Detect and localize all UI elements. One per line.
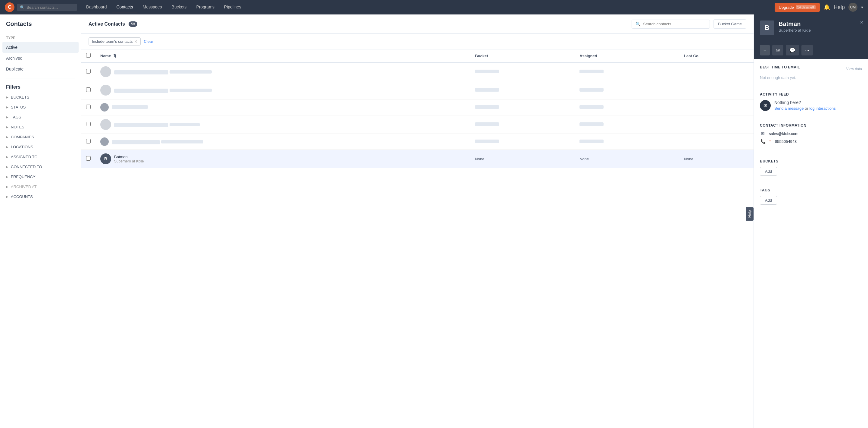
- activity-text: Nothing here? Send a message or log inte…: [774, 100, 836, 111]
- email-action-button[interactable]: ✉: [772, 45, 783, 55]
- contacts-search[interactable]: 🔍: [631, 20, 710, 29]
- select-all-checkbox[interactable]: [86, 53, 91, 58]
- activity-email-icon: ✉: [760, 100, 771, 111]
- nav-messages[interactable]: Messages: [138, 2, 166, 12]
- row-checkbox[interactable]: [86, 69, 91, 74]
- phone-prefix-icon: ⠿: [769, 140, 771, 143]
- filter-locations[interactable]: ▶ LOCATIONS: [0, 142, 81, 152]
- nav-buckets[interactable]: Buckets: [167, 2, 191, 12]
- help-tab[interactable]: Help: [746, 207, 753, 221]
- add-tag-button[interactable]: Add: [760, 196, 777, 205]
- contacts-count-badge: 58: [129, 21, 137, 27]
- view-data-link[interactable]: View data: [846, 67, 862, 71]
- nothing-here-text: Nothing here?: [774, 100, 836, 105]
- log-interactions-link[interactable]: log interactions: [809, 106, 835, 111]
- more-action-button[interactable]: ···: [801, 45, 813, 55]
- send-message-link[interactable]: Send a message: [774, 106, 804, 111]
- filter-notes[interactable]: ▶ NOTES: [0, 122, 81, 132]
- main-header: Active Contacts 58 🔍 Bucket Game: [81, 15, 753, 34]
- last-contact-column-header: Last Co: [679, 50, 753, 62]
- contact-info: [114, 122, 200, 127]
- email-info-row: ✉ sales@kixie.com: [760, 131, 862, 136]
- add-bucket-button[interactable]: Add: [760, 167, 777, 176]
- filter-accounts[interactable]: ▶ ACCOUNTS: [0, 192, 81, 202]
- nav-dashboard[interactable]: Dashboard: [82, 2, 111, 12]
- bucket-blurred: [475, 122, 499, 126]
- filter-status[interactable]: ▶ STATUS: [0, 102, 81, 112]
- table-row[interactable]: B Batman Superhero at Kixie None None No…: [81, 150, 753, 168]
- email-icon: ✉: [760, 131, 766, 136]
- contact-name-cell: [100, 138, 465, 146]
- contact-name-cell: B Batman Superhero at Kixie: [100, 153, 465, 164]
- search-input[interactable]: [27, 5, 66, 10]
- contact-name-cell: [100, 85, 465, 95]
- contact-info: [112, 139, 203, 145]
- filter-assigned-to[interactable]: ▶ ASSIGNED TO: [0, 152, 81, 162]
- assigned-blurred: [580, 105, 603, 109]
- table-row[interactable]: [81, 81, 753, 99]
- help-link[interactable]: Help: [834, 4, 845, 10]
- contact-subtitle-blurred: [169, 70, 212, 74]
- remove-filter-icon[interactable]: ✕: [134, 39, 137, 44]
- nav-programs[interactable]: Programs: [192, 2, 219, 12]
- clear-filters-link[interactable]: Clear: [144, 39, 153, 44]
- user-avatar[interactable]: CM: [848, 3, 858, 12]
- contact-name-cell: [100, 103, 465, 112]
- filter-tags[interactable]: ▶ TAGS: [0, 112, 81, 122]
- right-panel: B Batman Superhero at Kixie × + ✉ 💬 ··· …: [753, 15, 868, 428]
- row-checkbox[interactable]: [86, 156, 91, 161]
- sidebar-item-archived[interactable]: Archived: [0, 53, 81, 64]
- bucket-game-button[interactable]: Bucket Game: [713, 19, 746, 29]
- activity-empty: ✉ Nothing here? Send a message or log in…: [760, 100, 862, 111]
- add-action-button[interactable]: +: [760, 45, 770, 55]
- main-nav: Dashboard Contacts Messages Buckets Prog…: [82, 2, 245, 12]
- avatar: [100, 85, 111, 95]
- best-time-section: BEST TIME TO EMAIL View data Not enough …: [754, 59, 868, 86]
- contact-info: [112, 105, 148, 110]
- row-checkbox[interactable]: [86, 139, 91, 143]
- type-section-label: Type: [0, 32, 81, 42]
- filter-buckets[interactable]: ▶ BUCKETS: [0, 92, 81, 102]
- filter-connected-to[interactable]: ▶ CONNECTED TO: [0, 162, 81, 172]
- bucket-column-header: Bucket: [470, 50, 575, 62]
- table-row[interactable]: [81, 99, 753, 115]
- assigned-blurred: [580, 122, 603, 126]
- panel-close-button[interactable]: ×: [860, 19, 863, 26]
- global-search[interactable]: 🔍: [17, 4, 77, 11]
- table-row[interactable]: [81, 134, 753, 150]
- arrow-icon: ▶: [6, 145, 8, 149]
- avatar-chevron-icon[interactable]: ▾: [861, 5, 863, 10]
- row-checkbox[interactable]: [86, 122, 91, 126]
- main-header-left: Active Contacts 58: [89, 21, 137, 27]
- sidebar-item-active[interactable]: Active: [2, 42, 79, 53]
- bucket-blurred: [475, 88, 499, 92]
- table-row[interactable]: [81, 62, 753, 81]
- sidebar-divider: [6, 78, 75, 78]
- nav-contacts[interactable]: Contacts: [112, 2, 137, 12]
- name-column-header[interactable]: Name ⇅: [95, 50, 470, 62]
- filter-frequency[interactable]: ▶ FREQUENCY: [0, 172, 81, 182]
- upgrade-button[interactable]: Upgrade 14 days left: [775, 3, 820, 12]
- table-row[interactable]: [81, 115, 753, 134]
- row-checkbox[interactable]: [86, 105, 91, 109]
- contacts-search-input[interactable]: [643, 22, 706, 26]
- assigned-cell: None: [575, 150, 679, 168]
- contact-name-blurred: [112, 105, 148, 109]
- panel-contact-name: Batman: [779, 21, 811, 27]
- row-checkbox[interactable]: [86, 87, 91, 92]
- arrow-icon: ▶: [6, 185, 8, 189]
- chat-action-button[interactable]: 💬: [786, 45, 799, 55]
- assigned-blurred: [580, 69, 603, 73]
- filter-companies[interactable]: ▶ COMPANIES: [0, 132, 81, 142]
- contact-info-section: CONTACT INFORMATION ✉ sales@kixie.com 📞 …: [754, 117, 868, 153]
- upgrade-badge: 14 days left: [796, 5, 815, 9]
- arrow-icon: ▶: [6, 135, 8, 139]
- nav-pipelines[interactable]: Pipelines: [220, 2, 245, 12]
- app-logo: C: [5, 2, 14, 12]
- notifications-icon[interactable]: 🔔: [824, 4, 830, 10]
- sidebar-item-duplicate[interactable]: Duplicate: [0, 64, 81, 75]
- contact-phone: 8555054943: [775, 139, 797, 144]
- activity-links: Send a message or log interactions: [774, 106, 836, 111]
- contact-email: sales@kixie.com: [769, 132, 799, 136]
- filter-archived-at[interactable]: ▶ ARCHIVED AT: [0, 182, 81, 192]
